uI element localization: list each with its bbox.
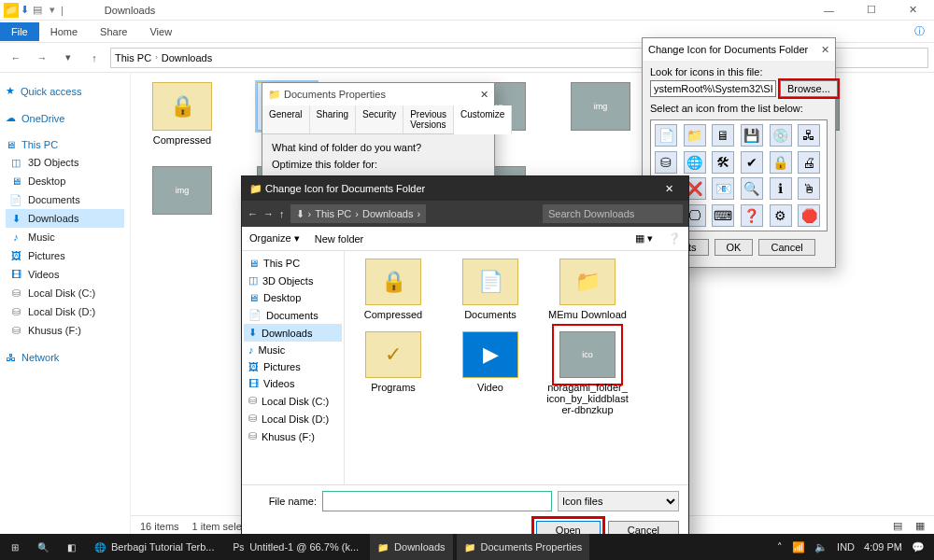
tray-notif-icon[interactable]: 💬 bbox=[912, 541, 925, 553]
taskview-button[interactable]: ◧ bbox=[60, 534, 83, 560]
taskbar-app[interactable]: 📁Downloads bbox=[370, 534, 452, 560]
sidebar-quickaccess[interactable]: ★Quick access bbox=[6, 82, 124, 100]
icon-choice[interactable]: ⛁ bbox=[655, 151, 677, 174]
sidebar-item[interactable]: 🖥Desktop bbox=[244, 289, 342, 306]
breadcrumb-part[interactable]: Downloads bbox=[162, 52, 212, 63]
folder-item[interactable]: img bbox=[560, 82, 641, 146]
ok-button[interactable]: OK bbox=[715, 239, 754, 256]
sidebar-item-pictures[interactable]: 🖼Pictures bbox=[6, 246, 124, 265]
recent-dropdown[interactable]: ▾ bbox=[58, 48, 78, 68]
tab-home[interactable]: Home bbox=[39, 22, 89, 41]
sidebar-item-3dobjects[interactable]: ◫3D Objects bbox=[6, 153, 124, 172]
sidebar-item[interactable]: ♪Music bbox=[244, 342, 342, 358]
folder-item[interactable]: 📄Documents bbox=[449, 259, 531, 320]
icon-choice[interactable]: 🛑 bbox=[798, 204, 820, 227]
tab-file[interactable]: File bbox=[0, 22, 39, 41]
cancel-button[interactable]: Cancel bbox=[758, 239, 814, 256]
search-button[interactable]: 🔍 bbox=[30, 534, 56, 560]
tray-up-icon[interactable]: ˄ bbox=[777, 541, 783, 553]
help-icon[interactable]: ❔ bbox=[668, 232, 681, 245]
close-icon[interactable]: ✕ bbox=[821, 44, 829, 56]
view-icon[interactable]: ▦ ▾ bbox=[635, 232, 653, 245]
minimize-button[interactable]: — bbox=[808, 0, 850, 21]
help-icon[interactable]: ⓘ bbox=[905, 24, 934, 38]
sidebar-network[interactable]: 🖧Network bbox=[6, 349, 124, 366]
browse-button[interactable]: Browse... bbox=[780, 80, 838, 97]
sidebar-item-videos[interactable]: 🎞Videos bbox=[6, 265, 124, 284]
icon-choice[interactable]: ℹ bbox=[770, 177, 792, 200]
icon-choice[interactable]: 🔍 bbox=[741, 177, 763, 200]
newfolder-button[interactable]: New folder bbox=[315, 233, 364, 245]
up-button[interactable]: ↑ bbox=[84, 48, 105, 68]
tab-general[interactable]: General bbox=[262, 105, 310, 133]
sidebar-item-localc[interactable]: ⛁Local Disk (C:) bbox=[6, 284, 124, 302]
taskbar-app[interactable]: PsUntitled-1 @ 66.7% (k... bbox=[225, 534, 366, 560]
open-search[interactable]: Search Downloads bbox=[543, 204, 683, 223]
close-button[interactable]: ✕ bbox=[892, 0, 934, 21]
sidebar-item[interactable]: ⛁Khusus (F:) bbox=[244, 427, 342, 445]
tray-vol-icon[interactable]: 🔈 bbox=[814, 541, 828, 553]
tab-share[interactable]: Share bbox=[89, 22, 138, 41]
sidebar-item-downloads[interactable]: ⬇Downloads bbox=[6, 209, 124, 228]
sidebar-item-locald[interactable]: ⛁Local Disk (D:) bbox=[6, 302, 124, 321]
up-button[interactable]: ↑ bbox=[279, 208, 285, 219]
sidebar-item[interactable]: 🎞Videos bbox=[244, 375, 342, 392]
qat-dropdown-icon[interactable]: ▾ bbox=[46, 4, 59, 17]
sidebar-item-documents[interactable]: 📄Documents bbox=[6, 190, 124, 209]
tab-prevver[interactable]: Previous Versions bbox=[403, 105, 454, 133]
organize-button[interactable]: Organize ▾ bbox=[249, 232, 300, 245]
sidebar-onedrive[interactable]: ☁OneDrive bbox=[6, 109, 124, 127]
folder-item[interactable]: 📁MEmu Download bbox=[546, 259, 629, 320]
icon-choice[interactable]: 🖥 bbox=[712, 124, 734, 147]
filter-select[interactable]: Icon files bbox=[558, 491, 679, 511]
tray-lang[interactable]: IND bbox=[837, 541, 855, 553]
maximize-button[interactable]: ☐ bbox=[850, 0, 892, 21]
icon-choice[interactable]: 🌐 bbox=[684, 151, 706, 174]
tab-customize[interactable]: Customize bbox=[454, 105, 512, 134]
sidebar-item[interactable]: 🖥This PC bbox=[244, 255, 342, 272]
icon-choice[interactable]: ❓ bbox=[741, 204, 763, 227]
open-file-grid[interactable]: 🔒Compressed 📄Documents 📁MEmu Download ✓P… bbox=[345, 251, 688, 484]
sidebar-item-khusus[interactable]: ⛁Khusus (F:) bbox=[6, 321, 124, 340]
back-button[interactable]: ← bbox=[248, 208, 258, 219]
icon-choice[interactable]: 📁 bbox=[684, 124, 706, 147]
view-icons-icon[interactable]: ▦ bbox=[915, 520, 925, 532]
icon-choice[interactable]: ✔ bbox=[741, 151, 763, 174]
icon-path-input[interactable] bbox=[650, 80, 776, 97]
view-details-icon[interactable]: ▤ bbox=[893, 520, 902, 532]
folder-item-selected[interactable]: iconoragami_folder_icon_by_kiddblaster-d… bbox=[546, 331, 629, 415]
tab-sharing[interactable]: Sharing bbox=[310, 105, 356, 133]
icon-choice[interactable]: 🖨 bbox=[798, 151, 820, 174]
icon-choice[interactable]: 🖱 bbox=[798, 177, 820, 200]
close-icon[interactable]: ✕ bbox=[480, 89, 488, 101]
icon-choice[interactable]: ⌨ bbox=[712, 204, 734, 227]
forward-button[interactable]: → bbox=[263, 208, 274, 219]
folder-item[interactable]: 🔒Compressed bbox=[142, 82, 222, 146]
filename-input[interactable] bbox=[322, 491, 552, 511]
icon-choice[interactable]: 📧 bbox=[712, 177, 734, 200]
tray-clock[interactable]: 4:09 PM bbox=[864, 541, 902, 553]
sidebar-item[interactable]: 🖼Pictures bbox=[244, 358, 342, 375]
qat-icon[interactable]: ▤ bbox=[31, 4, 44, 17]
down-arrow-icon[interactable]: ⬇ bbox=[21, 4, 29, 16]
icon-choice[interactable]: 🖧 bbox=[798, 124, 820, 147]
icon-choice[interactable]: ⚙ bbox=[770, 204, 792, 227]
taskbar-app[interactable]: 📁Documents Properties bbox=[457, 534, 590, 560]
folder-item[interactable]: img bbox=[142, 166, 222, 252]
close-icon[interactable]: ✕ bbox=[657, 176, 681, 201]
sidebar-thispc[interactable]: 🖥This PC bbox=[6, 136, 124, 153]
start-button[interactable]: ⊞ bbox=[4, 534, 26, 560]
icon-choice[interactable]: 📄 bbox=[655, 124, 677, 147]
tab-view[interactable]: View bbox=[138, 22, 183, 41]
open-breadcrumb[interactable]: ⬇›This PC›Downloads› bbox=[290, 204, 427, 223]
breadcrumb-part[interactable]: This PC bbox=[115, 52, 151, 63]
icon-choice[interactable]: 💾 bbox=[741, 124, 763, 147]
sidebar-item[interactable]: ⛁Local Disk (C:) bbox=[244, 392, 342, 410]
icon-choice[interactable]: 🔒 bbox=[770, 151, 792, 174]
tray-wifi-icon[interactable]: 📶 bbox=[792, 541, 805, 553]
icon-choice[interactable]: 💿 bbox=[770, 124, 792, 147]
sidebar-item-desktop[interactable]: 🖥Desktop bbox=[6, 172, 124, 190]
sidebar-item[interactable]: ⬇Downloads bbox=[244, 324, 342, 342]
sidebar-item[interactable]: ⛁Local Disk (D:) bbox=[244, 410, 342, 427]
forward-button[interactable]: → bbox=[32, 48, 52, 68]
